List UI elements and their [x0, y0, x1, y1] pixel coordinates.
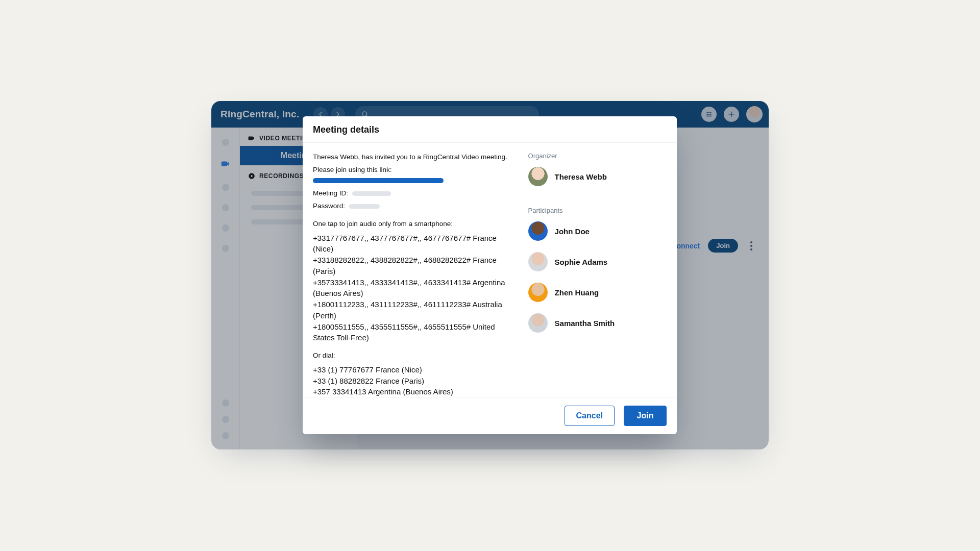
password-label: Password: [313, 202, 345, 210]
meeting-id-redacted [352, 191, 391, 196]
dialog-title: Meeting details [303, 116, 677, 143]
organizer-name: Theresa Webb [555, 172, 607, 181]
onetap-line: +18005511555,, 4355511555#,, 4655511555#… [313, 321, 514, 344]
dial-line: +33 (1) 88282822 France (Paris) [313, 375, 514, 387]
organizer-label: Organizer [528, 152, 667, 160]
participant-name: Samantha Smith [555, 319, 615, 328]
password-redacted [349, 204, 380, 209]
onetap-label: One tap to join audio only from a smartp… [313, 219, 514, 230]
participant-row: Sophie Adams [528, 252, 667, 271]
join-link-label: Please join using this link: [313, 166, 392, 173]
dial-line: +33 (1) 77767677 France (Nice) [313, 364, 514, 375]
participant-row: John Doe [528, 221, 667, 241]
onetap-line: +33188282822,, 4388282822#,, 4688282822#… [313, 255, 514, 277]
participant-name: Sophie Adams [555, 258, 608, 266]
invite-line: Theresa Webb, has invited you to a RingC… [313, 152, 514, 163]
onetap-line: +33177767677,, 4377767677#,, 4677767677#… [313, 233, 514, 255]
join-link-redacted[interactable] [313, 178, 444, 183]
meeting-id-label: Meeting ID: [313, 189, 348, 197]
participant-name: Zhen Huang [555, 288, 599, 297]
onetap-line: +18001112233,, 4311112233#,, 4611112233#… [313, 299, 514, 321]
avatar [528, 221, 548, 241]
cancel-button[interactable]: Cancel [565, 406, 615, 426]
avatar [528, 167, 548, 186]
dial-lines: +33 (1) 77767677 France (Nice) +33 (1) 8… [313, 364, 514, 397]
participant-name: John Doe [555, 227, 590, 236]
participant-row: Zhen Huang [528, 283, 667, 302]
ordial-label: Or dial: [313, 350, 514, 361]
participants-label: Participants [528, 207, 667, 214]
organizer-row: Theresa Webb [528, 167, 667, 186]
avatar [528, 313, 548, 333]
meeting-details-dialog: Meeting details Theresa Webb, has invite… [303, 116, 677, 434]
onetap-line: +35733341413,, 4333341413#,, 4633341413#… [313, 277, 514, 299]
participant-row: Samantha Smith [528, 313, 667, 333]
join-button[interactable]: Join [624, 406, 667, 426]
dial-line: +357 33341413 Argentina (Buenos Aires) [313, 386, 514, 397]
avatar [528, 283, 548, 302]
onetap-lines: +33177767677,, 4377767677#,, 4677767677#… [313, 233, 514, 344]
avatar [528, 252, 548, 271]
